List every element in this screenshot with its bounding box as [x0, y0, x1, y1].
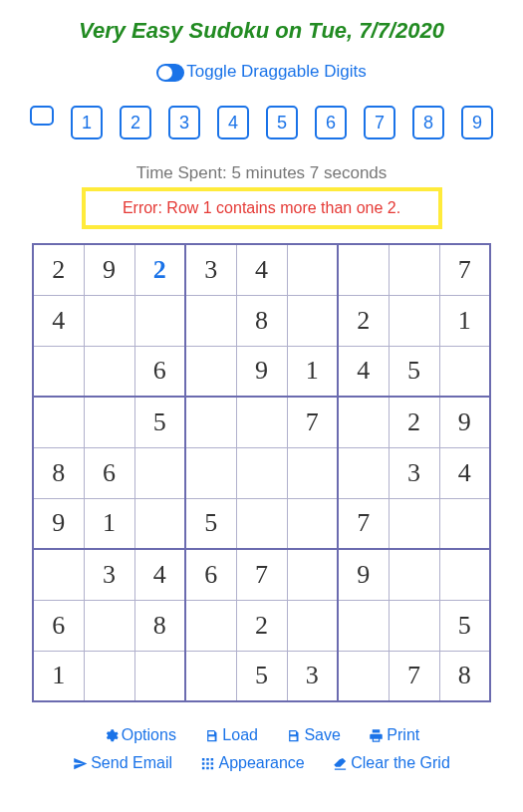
cell-5-8[interactable]	[439, 498, 490, 549]
cell-6-8[interactable]	[439, 549, 490, 600]
cell-7-3[interactable]	[185, 600, 236, 651]
send-email-button[interactable]: Send Email	[73, 754, 172, 772]
cell-7-0[interactable]: 6	[33, 600, 84, 651]
cell-0-3[interactable]: 3	[185, 244, 236, 295]
cell-2-3[interactable]	[185, 346, 236, 397]
cell-2-4[interactable]: 9	[236, 346, 287, 397]
cell-2-5[interactable]: 1	[287, 346, 338, 397]
cell-1-5[interactable]	[287, 295, 338, 346]
cell-6-3[interactable]: 6	[185, 549, 236, 600]
cell-1-3[interactable]	[185, 295, 236, 346]
cell-0-5[interactable]	[287, 244, 338, 295]
cell-3-2[interactable]: 5	[134, 397, 185, 447]
cell-6-4[interactable]: 7	[236, 549, 287, 600]
cell-6-5[interactable]	[287, 549, 338, 600]
clear-button[interactable]: Clear the Grid	[333, 754, 450, 772]
cell-1-6[interactable]: 2	[338, 295, 389, 346]
cell-8-1[interactable]	[84, 651, 134, 701]
cell-3-8[interactable]: 9	[439, 397, 490, 447]
cell-8-0[interactable]: 1	[33, 651, 84, 701]
cell-5-5[interactable]	[287, 498, 338, 549]
cell-8-6[interactable]	[338, 651, 389, 701]
cell-4-1[interactable]: 6	[84, 447, 134, 498]
cell-1-0[interactable]: 4	[33, 295, 84, 346]
toggle-draggable[interactable]: Toggle Draggable Digits	[0, 62, 523, 82]
cell-8-4[interactable]: 5	[236, 651, 287, 701]
cell-8-2[interactable]	[134, 651, 185, 701]
digit-tile-7[interactable]: 7	[364, 106, 395, 139]
cell-0-7[interactable]	[389, 244, 439, 295]
options-button[interactable]: Options	[104, 726, 176, 744]
save-button[interactable]: Save	[286, 726, 340, 744]
digit-tile-3[interactable]: 3	[168, 106, 200, 139]
print-button[interactable]: Print	[369, 726, 419, 744]
blank-tile[interactable]	[30, 106, 54, 126]
cell-0-6[interactable]	[338, 244, 389, 295]
cell-2-0[interactable]	[33, 346, 84, 397]
cell-4-2[interactable]	[134, 447, 185, 498]
cell-4-8[interactable]: 4	[439, 447, 490, 498]
cell-1-8[interactable]: 1	[439, 295, 490, 346]
cell-6-1[interactable]: 3	[84, 549, 134, 600]
digit-tile-5[interactable]: 5	[266, 106, 298, 139]
cell-1-7[interactable]	[389, 295, 439, 346]
cell-3-6[interactable]	[338, 397, 389, 447]
cell-0-0[interactable]: 2	[33, 244, 84, 295]
cell-1-1[interactable]	[84, 295, 134, 346]
digit-tile-4[interactable]: 4	[217, 106, 249, 139]
cell-7-2[interactable]: 8	[134, 600, 185, 651]
cell-0-8[interactable]: 7	[439, 244, 490, 295]
cell-1-2[interactable]	[134, 295, 185, 346]
cell-2-1[interactable]	[84, 346, 134, 397]
cell-5-3[interactable]: 5	[185, 498, 236, 549]
load-button[interactable]: Load	[204, 726, 258, 744]
footer: Options Load Save Print Send Email Appea…	[0, 726, 523, 772]
digit-tile-9[interactable]: 9	[461, 106, 493, 139]
cell-5-4[interactable]	[236, 498, 287, 549]
cell-4-3[interactable]	[185, 447, 236, 498]
cell-6-6[interactable]: 9	[338, 549, 389, 600]
cell-4-7[interactable]: 3	[389, 447, 439, 498]
digit-tile-6[interactable]: 6	[315, 106, 347, 139]
cell-7-5[interactable]	[287, 600, 338, 651]
cell-8-5[interactable]: 3	[287, 651, 338, 701]
cell-7-1[interactable]	[84, 600, 134, 651]
cell-3-0[interactable]	[33, 397, 84, 447]
appearance-button[interactable]: Appearance	[200, 754, 304, 772]
cell-6-2[interactable]: 4	[134, 549, 185, 600]
cell-0-1[interactable]: 9	[84, 244, 134, 295]
cell-0-2[interactable]: 2	[134, 244, 185, 295]
cell-3-5[interactable]: 7	[287, 397, 338, 447]
cell-2-8[interactable]	[439, 346, 490, 397]
cell-3-7[interactable]: 2	[389, 397, 439, 447]
cell-7-6[interactable]	[338, 600, 389, 651]
cell-3-4[interactable]	[236, 397, 287, 447]
cell-8-8[interactable]: 8	[439, 651, 490, 701]
cell-2-6[interactable]: 4	[338, 346, 389, 397]
cell-5-1[interactable]: 1	[84, 498, 134, 549]
cell-7-7[interactable]	[389, 600, 439, 651]
cell-3-3[interactable]	[185, 397, 236, 447]
cell-0-4[interactable]: 4	[236, 244, 287, 295]
cell-4-5[interactable]	[287, 447, 338, 498]
cell-7-4[interactable]: 2	[236, 600, 287, 651]
digit-tile-1[interactable]: 1	[71, 106, 103, 139]
cell-4-4[interactable]	[236, 447, 287, 498]
digit-tile-2[interactable]: 2	[120, 106, 151, 139]
cell-1-4[interactable]: 8	[236, 295, 287, 346]
digit-tile-8[interactable]: 8	[412, 106, 444, 139]
cell-2-7[interactable]: 5	[389, 346, 439, 397]
cell-6-7[interactable]	[389, 549, 439, 600]
cell-8-7[interactable]: 7	[389, 651, 439, 701]
cell-5-2[interactable]	[134, 498, 185, 549]
cell-5-7[interactable]	[389, 498, 439, 549]
cell-4-0[interactable]: 8	[33, 447, 84, 498]
cell-2-2[interactable]: 6	[134, 346, 185, 397]
cell-5-6[interactable]: 7	[338, 498, 389, 549]
cell-7-8[interactable]: 5	[439, 600, 490, 651]
cell-3-1[interactable]	[84, 397, 134, 447]
cell-6-0[interactable]	[33, 549, 84, 600]
cell-8-3[interactable]	[185, 651, 236, 701]
cell-5-0[interactable]: 9	[33, 498, 84, 549]
cell-4-6[interactable]	[338, 447, 389, 498]
